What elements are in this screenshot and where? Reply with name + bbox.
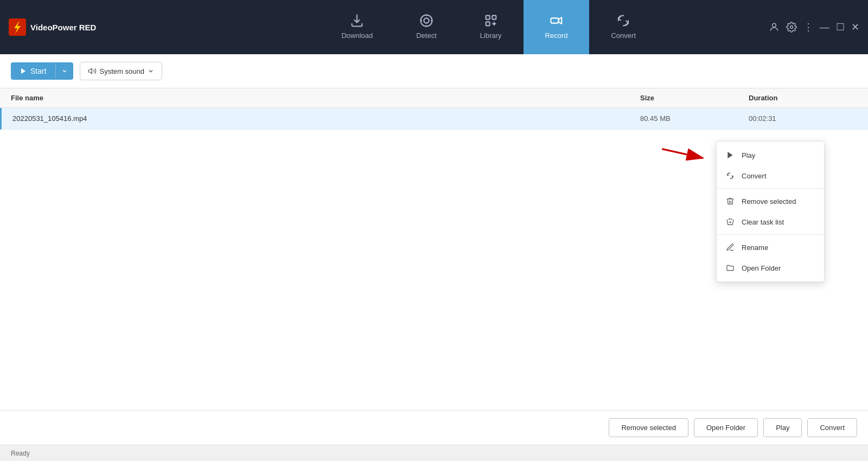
convert-icon [616,13,631,28]
convert-menu-icon [725,171,735,181]
table-header: File name Size Duration [0,88,868,108]
svg-rect-6 [486,22,489,25]
bottom-bar: Remove selected Open Folder Play Convert [0,410,868,445]
tab-record[interactable]: Record [524,0,590,54]
start-dropdown[interactable] [55,63,73,79]
main-content: Start System sound File name Size [0,54,868,461]
app-logo: VideoPower RED [9,18,96,36]
remove-selected-button[interactable]: Remove selected [609,418,688,437]
play-button[interactable]: Play [763,418,802,437]
trash-menu-icon [725,196,735,206]
pencil-icon [726,243,735,252]
svg-marker-9 [21,68,25,74]
play-icon [20,67,27,75]
svg-marker-10 [88,68,92,73]
context-open-folder-label: Open Folder [742,264,781,272]
tab-download[interactable]: Download [320,0,394,54]
context-menu: Play Convert [716,141,825,282]
toolbar: Start System sound [0,54,868,88]
svg-point-3 [421,15,432,27]
detect-icon [419,13,434,28]
context-rename[interactable]: Rename [717,237,824,258]
context-convert-label: Convert [742,172,767,180]
convert-icon-menu [726,171,735,180]
clear-icon [726,217,735,226]
titlebar: VideoPower RED Download Detect [0,0,868,54]
context-remove-label: Remove selected [742,197,796,206]
folder-menu-icon [725,263,735,273]
context-play-label: Play [742,151,755,159]
status-text: Ready [11,450,30,457]
tab-detect[interactable]: Detect [394,0,458,54]
play-icon-menu [726,151,735,159]
record-icon [549,13,564,28]
cell-duration: 00:02:31 [749,114,857,123]
context-convert[interactable]: Convert [717,165,824,186]
user-icon[interactable] [769,22,780,33]
tab-library-label: Library [480,31,502,40]
col-size-header: Size [640,94,749,102]
arrow-indicator [658,140,712,167]
folder-icon [726,264,735,272]
svg-point-8 [773,23,776,27]
convert-button[interactable]: Convert [807,418,857,437]
download-icon [349,13,365,28]
sound-label: System sound [100,67,144,75]
context-open-folder[interactable]: Open Folder [717,258,824,278]
sound-icon [88,67,97,75]
context-play[interactable]: Play [717,145,824,165]
app-logo-icon [9,18,26,36]
context-divider-1 [717,188,824,189]
nav-tabs: Download Detect Library [118,0,859,54]
start-label: Start [30,67,47,75]
cell-filename: 20220531_105416.mp4 [12,114,640,123]
app-title: VideoPower RED [30,23,96,32]
open-folder-button[interactable]: Open Folder [694,418,758,437]
context-clear-label: Clear task list [742,218,784,226]
table-row[interactable]: 20220531_105416.mp4 80.45 MB 00:02:31 [0,108,868,130]
svg-point-2 [424,18,429,23]
trash-icon [726,197,735,206]
titlebar-controls: ⋮ — ☐ ✕ [769,21,859,33]
play-menu-icon [725,150,735,160]
tab-download-label: Download [341,31,373,40]
maximize-icon[interactable]: ☐ [836,21,845,33]
col-filename-header: File name [11,94,640,102]
start-button-main[interactable]: Start [11,62,55,80]
chevron-down-icon-2 [148,68,154,74]
settings-icon[interactable] [786,22,797,33]
more-icon[interactable]: ⋮ [803,21,813,33]
system-sound-button[interactable]: System sound [80,62,162,80]
col-duration-header: Duration [749,94,857,102]
tab-library[interactable]: Library [458,0,524,54]
context-remove[interactable]: Remove selected [717,191,824,212]
tab-detect-label: Detect [416,31,437,40]
tab-record-label: Record [545,31,568,40]
svg-line-12 [662,149,703,158]
svg-rect-4 [486,16,489,20]
rename-menu-icon [725,242,735,252]
status-bar: Ready [0,445,868,461]
tab-convert-label: Convert [611,31,636,40]
start-button[interactable]: Start [11,62,73,80]
cell-size: 80.45 MB [640,114,749,123]
clear-menu-icon [725,217,735,227]
library-icon [483,13,499,28]
context-clear[interactable]: Clear task list [717,212,824,232]
svg-rect-7 [551,18,558,23]
minimize-icon[interactable]: — [820,22,829,33]
context-divider-2 [717,234,824,235]
svg-marker-13 [727,152,732,158]
svg-rect-5 [492,16,496,20]
tab-convert[interactable]: Convert [589,0,658,54]
close-icon[interactable]: ✕ [851,21,859,33]
chevron-down-icon [61,68,68,74]
context-rename-label: Rename [742,244,768,252]
